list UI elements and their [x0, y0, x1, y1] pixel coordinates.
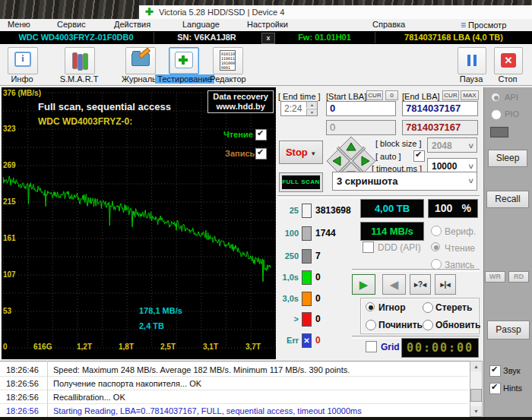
counter-block-25	[302, 204, 312, 218]
x-tick: 3,7T	[245, 343, 261, 351]
random-icon: ▸?◂	[414, 280, 426, 289]
drive-firmware: Fw: 01.01H01	[275, 31, 374, 44]
end-lba-cur-button[interactable]: CUR	[442, 90, 459, 100]
refresh-label: Обновить	[435, 320, 480, 330]
y-tick: 215	[3, 197, 16, 206]
y-tick: 269	[3, 161, 16, 169]
toolbar: i Инфо S.M.A.R.T Журналы Тестирование 01…	[0, 44, 532, 86]
menu-item-help[interactable]: Справка	[372, 20, 405, 29]
error-x-icon: ✕	[302, 333, 312, 348]
repair-label: Починить	[378, 320, 423, 330]
write-radio[interactable]	[431, 259, 442, 270]
read-radio[interactable]	[431, 242, 440, 251]
rd-button[interactable]: RD	[508, 271, 529, 283]
hints-label: Hints	[503, 384, 522, 393]
verify-radio[interactable]	[431, 226, 442, 236]
counter-block-3s	[302, 292, 312, 306]
pio-radio[interactable]	[491, 109, 502, 120]
editor-button[interactable]: 010110 110011 101000 0001	[213, 47, 243, 74]
scan-backward-button[interactable]: ◀	[382, 274, 406, 295]
auto-checkbox[interactable]	[413, 150, 425, 162]
graph-plot	[2, 87, 276, 359]
log-scrollbar[interactable]: ▲ ▼	[470, 361, 483, 417]
end-time-spinner[interactable]: 2:24 ▲ ▼	[280, 101, 318, 116]
stop-x-icon: ✕	[501, 53, 516, 68]
spin-down-icon[interactable]: ▼	[306, 109, 317, 115]
scroll-down-icon[interactable]: ▼	[470, 406, 482, 416]
ddd-label: DDD (API)	[378, 242, 421, 253]
first-aid-icon	[175, 52, 193, 68]
menu-item-language[interactable]: Language	[182, 20, 220, 29]
erase-radio[interactable]	[423, 302, 433, 313]
y-tick: 376 (MB/s)	[3, 89, 41, 97]
spin-up-icon[interactable]: ▲	[306, 102, 317, 108]
legend-read-checkbox[interactable]	[255, 129, 267, 141]
repair-radio[interactable]	[366, 320, 376, 330]
graph-subtitle: WDC WD4003FRYZ-0:	[38, 116, 132, 127]
passport-button[interactable]: Passp	[487, 321, 530, 339]
speed-graph[interactable]: 376 (MB/s) 323 269 215 161 107 53 0 616G…	[2, 87, 276, 359]
y-tick: 107	[3, 270, 16, 279]
counter-block-1s	[302, 270, 312, 285]
menu-item-actions[interactable]: Действия	[114, 20, 150, 29]
scroll-thumb[interactable]	[470, 389, 482, 402]
stop-tool-button[interactable]: ✕	[494, 47, 523, 74]
end-lba-input[interactable]: 7814037167	[402, 101, 478, 116]
info-button[interactable]: i	[8, 47, 38, 74]
x-tick: 3,1T	[203, 343, 218, 351]
info-icon: i	[14, 52, 31, 67]
counter-block-250	[302, 249, 312, 264]
pio-label: PIO	[505, 109, 519, 118]
ignore-radio[interactable]	[366, 302, 375, 311]
log-panel[interactable]: 18:26:46 Speed: Maximum 248 MB/s. Averag…	[0, 361, 470, 418]
start-lba-input[interactable]: 0	[326, 101, 396, 116]
start-lba-cur-button[interactable]: CUR	[366, 90, 383, 100]
scroll-up-icon[interactable]: ▲	[470, 362, 482, 371]
menu-bar: Меню Сервис Действия Language Настройки …	[0, 19, 532, 31]
block-size-select[interactable]: 2048	[427, 137, 477, 153]
auto-label: [ auto ]	[375, 152, 401, 161]
watermark: Data recovery www.hdd.by	[207, 90, 274, 113]
info-label: Инфо	[6, 74, 38, 84]
drive-info-bar: WDC WD4003FRYZ-01F0DB0 SN: V6KA1J8R x Fw…	[0, 31, 532, 44]
start-lba-zero-button[interactable]: 0	[385, 90, 398, 100]
end-lba-max-button[interactable]: MAX	[461, 90, 479, 100]
recall-button[interactable]: Recall	[486, 191, 529, 208]
timer-display: 00:00:00	[401, 338, 479, 358]
test-button[interactable]	[169, 47, 199, 74]
binary-doc-icon: 010110 110011 101000 0001	[220, 50, 236, 71]
menu-item-settings[interactable]: Настройки	[247, 20, 288, 29]
screenshots-select[interactable]: 3 скриншота	[332, 172, 477, 191]
full-scan-button[interactable]: FULL SCAN	[279, 172, 323, 192]
dropdown-arrow-icon: ▼	[310, 150, 316, 157]
butterfly-read-button[interactable]: ▸|◂	[435, 274, 456, 295]
y-tick: 53	[3, 307, 11, 315]
logs-button[interactable]	[125, 47, 156, 74]
annotation-speed: 178,1 MB/s	[139, 306, 182, 315]
x-tick: 0	[3, 343, 8, 351]
smart-label: S.M.A.R.T	[58, 74, 100, 84]
legend-write-checkbox[interactable]	[255, 148, 267, 159]
scan-forward-button[interactable]: ▶	[352, 274, 375, 295]
pause-button[interactable]	[458, 47, 486, 74]
menu-item-service[interactable]: Сервис	[57, 20, 86, 29]
sound-checkbox[interactable]	[489, 365, 501, 377]
hints-checkbox[interactable]	[489, 383, 501, 394]
logs-label: Журналы	[120, 74, 160, 84]
sleep-button[interactable]: Sleep	[488, 150, 527, 167]
log-row: 18:26:46 Speed: Maximum 248 MB/s. Averag…	[0, 363, 470, 377]
random-read-button[interactable]: ▸?◂	[410, 274, 431, 295]
ignore-label: Игнор	[378, 302, 406, 313]
smart-button[interactable]	[65, 47, 95, 74]
log-divider	[47, 361, 48, 417]
stop-scan-button[interactable]: Stop ▼	[279, 141, 323, 164]
refresh-radio[interactable]	[423, 320, 433, 330]
wr-button[interactable]: WR	[485, 271, 505, 283]
drive-close-button[interactable]: x	[261, 33, 275, 44]
grid-checkbox[interactable]	[366, 341, 377, 352]
play-back-icon: ◀	[390, 278, 399, 291]
log-row: 18:26:56 Получение паспорта накопителя..…	[0, 377, 470, 390]
ddd-checkbox[interactable]	[363, 242, 374, 253]
menu-item-menu[interactable]: Меню	[8, 20, 30, 29]
api-radio[interactable]	[491, 93, 500, 102]
